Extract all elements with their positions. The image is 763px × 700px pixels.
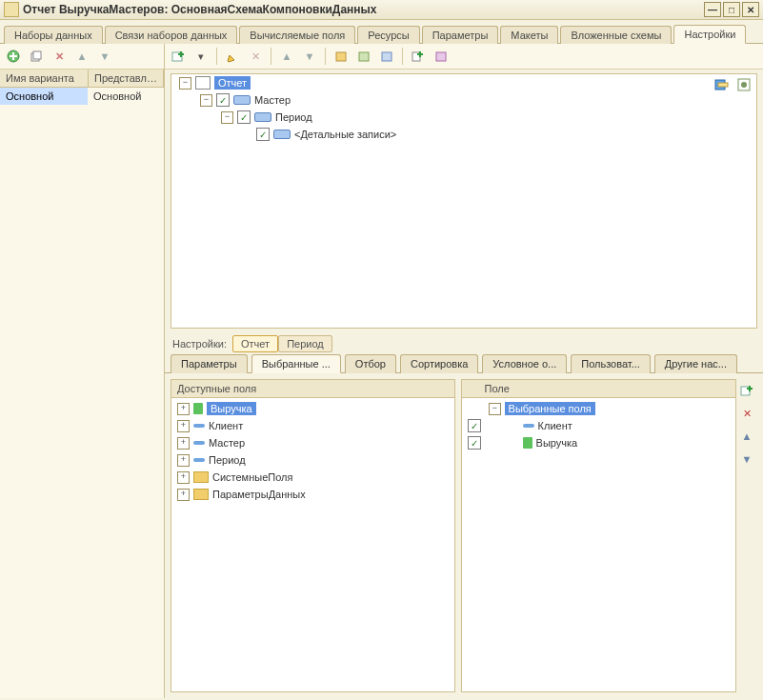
- checkbox[interactable]: ✓: [237, 110, 251, 124]
- main-tabstrip: Наборы данныхСвязи наборов данныхВычисля…: [0, 20, 763, 44]
- tree-node-label: Период: [275, 111, 312, 123]
- expand-toggle[interactable]: +: [177, 471, 190, 484]
- close-button[interactable]: ✕: [742, 2, 759, 17]
- field-icon: [233, 95, 251, 105]
- available-field-row[interactable]: +Мастер: [171, 434, 454, 451]
- checkbox[interactable]: ✓: [468, 436, 481, 450]
- tree-node[interactable]: −✓Период: [171, 109, 756, 126]
- expand-toggle[interactable]: −: [221, 111, 233, 124]
- settings-breadcrumb: Настройки: ОтчетПериод: [165, 332, 763, 353]
- folder-icon: [193, 471, 209, 483]
- main-tab-0[interactable]: Наборы данных: [4, 26, 103, 44]
- tree-node[interactable]: ✓<Детальные записи>: [171, 126, 756, 143]
- available-field-row[interactable]: +Клиент: [171, 417, 454, 434]
- main-tab-7[interactable]: Настройки: [673, 25, 746, 44]
- remove-field-button[interactable]: ✕: [737, 404, 756, 423]
- svg-rect-5: [359, 52, 369, 61]
- main-tab-6[interactable]: Вложенные схемы: [560, 26, 672, 44]
- available-field-row[interactable]: +Выручка: [171, 400, 454, 417]
- move-up-button[interactable]: ▲: [72, 47, 91, 66]
- expand-toggle[interactable]: +: [177, 403, 190, 415]
- report-structure-tree[interactable]: −Отчет−✓Мастер−✓Период✓<Детальные записи…: [171, 73, 757, 329]
- copy-button[interactable]: [27, 47, 46, 66]
- selected-fields-title: Поле: [462, 380, 735, 398]
- delete2-button[interactable]: ✕: [246, 47, 265, 66]
- field-label: Мастер: [209, 437, 245, 449]
- selected-field-row[interactable]: ✓Выручка: [462, 434, 735, 451]
- available-field-row[interactable]: +Период: [171, 451, 454, 469]
- dash-icon: [193, 458, 205, 462]
- expand-toggle[interactable]: −: [179, 77, 191, 90]
- tree-node-label: <Детальные записи>: [294, 129, 396, 140]
- action3-button[interactable]: [377, 47, 396, 66]
- checkbox[interactable]: ✓: [216, 93, 230, 107]
- settings-pane: ▾ ✕ ▲ ▼ −Отчет−✓Мастер−✓Период✓<Детальны…: [165, 44, 763, 698]
- field-label: Клиент: [538, 420, 572, 431]
- action4-button[interactable]: [409, 47, 428, 66]
- subtab-5[interactable]: Пользоват...: [571, 354, 651, 373]
- field-label: ПараметрыДанных: [212, 489, 306, 500]
- available-fields-panel: Доступные поля +Выручка+Клиент+Мастер+Пе…: [171, 379, 455, 692]
- subtab-2[interactable]: Отбор: [345, 354, 396, 373]
- delete-button[interactable]: ✕: [50, 47, 69, 66]
- expand-toggle[interactable]: +: [177, 454, 190, 467]
- main-tab-2[interactable]: Вычисляемые поля: [239, 26, 355, 44]
- tree-tool1-icon[interactable]: [713, 76, 730, 93]
- subtab-6[interactable]: Другие нас...: [654, 354, 737, 373]
- subtab-0[interactable]: Параметры: [171, 354, 248, 373]
- action1-button[interactable]: [331, 47, 351, 66]
- subtab-4[interactable]: Условное о...: [482, 354, 567, 373]
- checkbox[interactable]: ✓: [468, 419, 481, 432]
- expand-toggle[interactable]: +: [177, 437, 190, 450]
- edit-button[interactable]: [223, 47, 242, 66]
- subtab-3[interactable]: Сортировка: [400, 354, 478, 373]
- folder-icon: [193, 489, 209, 500]
- down-button[interactable]: ▼: [300, 47, 319, 66]
- main-tab-1[interactable]: Связи наборов данных: [105, 26, 238, 44]
- tree-tool2-icon[interactable]: [735, 76, 753, 93]
- dropdown-icon[interactable]: ▾: [191, 47, 211, 66]
- expand-toggle[interactable]: −: [489, 403, 501, 415]
- action5-button[interactable]: [432, 47, 451, 66]
- tree-node[interactable]: −Отчет: [171, 74, 756, 91]
- available-field-row[interactable]: +ПараметрыДанных: [171, 486, 454, 503]
- tree-node-label: Отчет: [214, 76, 251, 90]
- tree-node-label: Мастер: [254, 94, 291, 106]
- tree-node[interactable]: −✓Мастер: [171, 91, 756, 109]
- available-field-row[interactable]: +СистемныеПоля: [171, 469, 454, 486]
- main-tab-4[interactable]: Параметры: [422, 26, 499, 44]
- field-icon: [254, 112, 271, 122]
- main-tab-5[interactable]: Макеты: [500, 26, 558, 44]
- expand-toggle[interactable]: +: [177, 420, 190, 432]
- breadcrumb-item[interactable]: Отчет: [232, 335, 278, 352]
- svg-rect-10: [718, 83, 728, 87]
- money-icon: [193, 403, 203, 414]
- move-down-button[interactable]: ▼: [95, 47, 114, 66]
- action2-button[interactable]: [354, 47, 373, 66]
- checkbox[interactable]: ✓: [256, 128, 270, 141]
- selected-fields-toolbar: ✕ ▲ ▼: [736, 379, 757, 692]
- main-tab-3[interactable]: Ресурсы: [357, 26, 419, 44]
- field-up-button[interactable]: ▲: [737, 427, 756, 446]
- add-group-button[interactable]: [169, 47, 188, 66]
- selected-field-row[interactable]: ✓Клиент: [462, 417, 735, 434]
- subtab-1[interactable]: Выбранные ...: [251, 354, 341, 373]
- dash-icon: [193, 424, 205, 428]
- field-down-button[interactable]: ▼: [737, 450, 756, 469]
- field-label: Клиент: [209, 420, 243, 431]
- breadcrumb-item[interactable]: Период: [278, 335, 332, 352]
- add-button[interactable]: [4, 47, 23, 66]
- svg-rect-8: [436, 52, 446, 61]
- variant-row[interactable]: ОсновнойОсновной: [0, 88, 164, 105]
- settings-toolbar: ▾ ✕ ▲ ▼: [165, 44, 763, 70]
- up-button[interactable]: ▲: [277, 47, 296, 66]
- variants-pane: ✕ ▲ ▼ Имя варианта Представле... Основно…: [0, 44, 165, 698]
- app-icon: [4, 2, 19, 17]
- window-title: Отчет ВыручкаМастеров: ОсновнаяСхемаКомп…: [23, 3, 376, 16]
- add-field-button[interactable]: [737, 381, 756, 400]
- expand-toggle[interactable]: +: [177, 489, 190, 501]
- minimize-button[interactable]: —: [704, 2, 721, 17]
- selected-root[interactable]: −Выбранные поля: [462, 400, 735, 417]
- maximize-button[interactable]: □: [723, 2, 740, 17]
- expand-toggle[interactable]: −: [200, 94, 212, 107]
